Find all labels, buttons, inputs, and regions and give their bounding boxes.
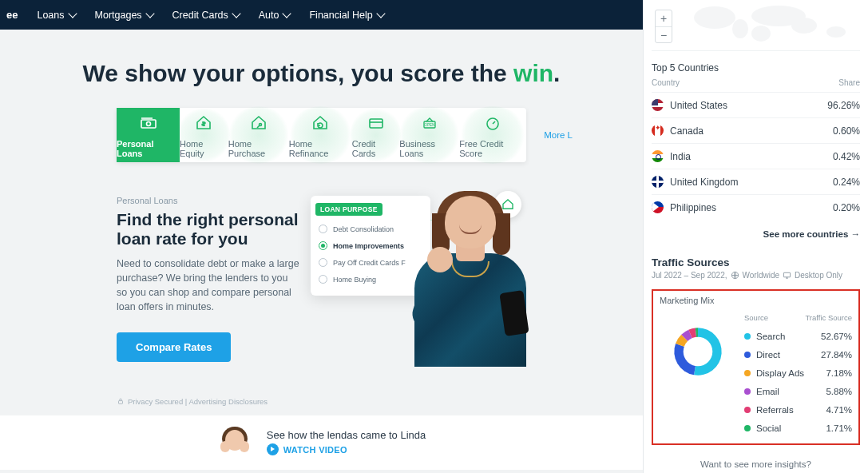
svg-point-12 [826, 26, 846, 38]
marketing-mix-title: Marketing Mix [660, 296, 852, 305]
legend-dot-icon [744, 370, 751, 376]
svg-rect-7 [119, 401, 123, 404]
card-icon [365, 112, 387, 134]
legend-value: 4.71% [826, 405, 852, 415]
country-row[interactable]: India0.42% [652, 143, 860, 169]
headline-pre: We show your options, you score the [83, 60, 514, 86]
watch-video-link[interactable]: WATCH VIDEO [267, 443, 426, 455]
nav-loans[interactable]: Loans [37, 10, 75, 21]
radio-icon [319, 258, 327, 267]
open-sign-icon: OPEN [418, 112, 441, 134]
country-row[interactable]: United Kingdom0.24% [652, 169, 860, 194]
legend-row: Search52.67% [744, 327, 852, 345]
hero-title: Find the right personal loan rate for yo… [117, 210, 299, 248]
tab-free-credit-score[interactable]: Free Credit Score [459, 108, 526, 162]
tab-home-purchase[interactable]: Home Purchase [228, 108, 289, 162]
nav-loans-label: Loans [37, 10, 64, 21]
flag-icon [652, 99, 664, 111]
hero-person-image [382, 189, 542, 367]
tab-label: Personal Loans [117, 139, 180, 158]
radio-selected-icon [319, 241, 327, 250]
legend-dot-icon [744, 333, 751, 340]
legend-row: Email5.88% [744, 382, 852, 400]
privacy-disclosure[interactable]: Privacy Secured | Advertising Disclosure… [117, 397, 643, 406]
linda-text-block: See how the lendas came to Linda WATCH V… [267, 429, 426, 455]
tab-business-loans[interactable]: OPEN Business Loans [399, 108, 459, 162]
lock-icon [117, 397, 125, 405]
legend-value: 52.67% [821, 332, 852, 341]
house-dollar-icon [192, 112, 215, 134]
col-source: Source [744, 313, 768, 322]
legend-dot-icon [744, 388, 751, 395]
legend-label: Direct [756, 350, 780, 360]
purpose-label: Home Buying [333, 276, 376, 284]
country-table-header: Country Share [652, 78, 860, 87]
nav-mortgages-label: Mortgages [95, 10, 142, 21]
linda-avatar [217, 425, 252, 460]
house-key-icon [248, 112, 270, 134]
country-row[interactable]: Philippines0.20% [652, 194, 860, 220]
legend-label: Social [756, 423, 781, 433]
tab-home-equity[interactable]: Home Equity [180, 108, 228, 162]
nav-auto[interactable]: Auto [259, 10, 291, 21]
nav-auto-label: Auto [259, 10, 279, 21]
flag-icon [652, 150, 664, 162]
category-tabs: Personal Loans Home Equity Home Purchase… [117, 108, 526, 162]
compare-rates-button[interactable]: Compare Rates [117, 332, 231, 362]
svg-point-17 [684, 337, 713, 367]
desktop-icon [783, 271, 791, 280]
legend-label: Email [756, 387, 779, 396]
nav-mortgages[interactable]: Mortgages [95, 10, 153, 21]
legend-value: 5.88% [826, 387, 852, 396]
headline-win: win [513, 60, 553, 86]
svg-point-1 [146, 122, 150, 126]
country-name: Philippines [670, 202, 716, 213]
hero: Personal Loans Find the right personal l… [117, 196, 526, 362]
tab-credit-cards[interactable]: Credit Cards [352, 108, 400, 162]
watch-video-label: WATCH VIDEO [283, 445, 347, 455]
svg-point-9 [732, 19, 748, 38]
tab-home-refinance[interactable]: Home Refinance [289, 108, 352, 162]
chevron-down-icon [68, 9, 77, 18]
country-share: 0.42% [833, 151, 860, 162]
gauge-icon [482, 112, 504, 134]
more-link[interactable]: More L [544, 130, 573, 140]
zoom-controls: + − [655, 10, 672, 43]
nav-credit-cards[interactable]: Credit Cards [172, 10, 240, 21]
linda-bar: See how the lendas came to Linda WATCH V… [0, 415, 643, 470]
tab-personal-loans[interactable]: Personal Loans [117, 108, 180, 162]
svg-rect-0 [141, 120, 156, 128]
hero-kicker: Personal Loans [117, 196, 299, 205]
meta-range: Jul 2022 – Sep 2022, [652, 271, 727, 280]
col-share: Share [838, 78, 860, 87]
see-more-countries-link[interactable]: See more countries → [652, 220, 860, 245]
country-list: United States96.26%Canada0.60%India0.42%… [652, 92, 860, 220]
nav-financial-help[interactable]: Financial Help [309, 10, 383, 21]
country-row[interactable]: United States96.26% [652, 92, 860, 117]
marketing-mix-card: Marketing Mix Source Traffic Source Sear… [652, 289, 860, 445]
cash-icon [137, 112, 160, 134]
top-nav: ee Loans Mortgages Credit Cards Auto Fin… [0, 0, 643, 30]
headline-post: . [553, 60, 560, 86]
legend-row: Display Ads7.18% [744, 364, 852, 382]
donut-chart [660, 313, 736, 390]
traffic-sources-title: Traffic Sources [652, 256, 860, 268]
zoom-out-button[interactable]: − [656, 26, 672, 42]
brand-fragment: ee [6, 9, 18, 21]
world-map[interactable]: + − [652, 6, 860, 51]
flag-icon [652, 125, 664, 137]
play-icon [267, 443, 279, 455]
traffic-sources-meta: Jul 2022 – Sep 2022, Worldwide Desktop O… [652, 271, 860, 280]
nav-credit-cards-label: Credit Cards [172, 10, 228, 21]
country-share: 96.26% [827, 100, 860, 111]
hero-left: Personal Loans Find the right personal l… [117, 196, 299, 362]
site-main: ee Loans Mortgages Credit Cards Auto Fin… [0, 0, 643, 473]
top5-heading: Top 5 Countries [652, 62, 860, 74]
zoom-in-button[interactable]: + [656, 10, 672, 26]
country-name: Canada [670, 125, 704, 137]
legend-label: Search [756, 332, 785, 341]
country-row[interactable]: Canada0.60% [652, 117, 860, 143]
legend-dot-icon [744, 407, 751, 413]
svg-point-11 [791, 18, 817, 34]
world-silhouette [684, 2, 860, 46]
